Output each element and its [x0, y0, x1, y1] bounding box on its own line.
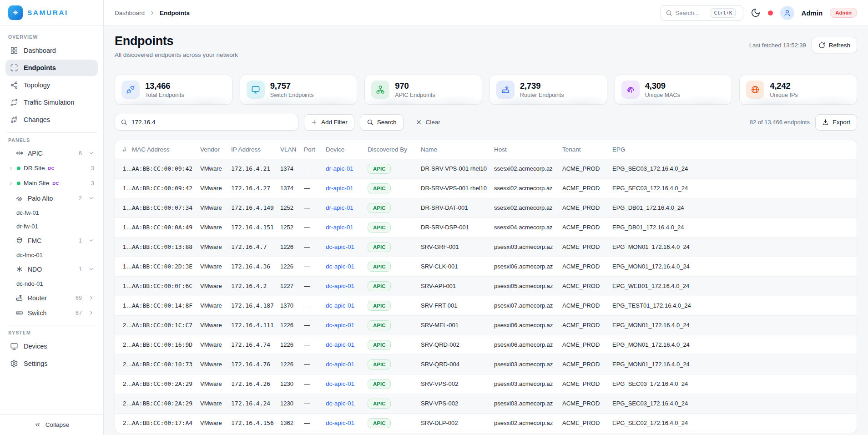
table-row[interactable]: 15 AA:BB:CC:00:0A:49 VMware 172.16.4.151… [115, 218, 857, 237]
cell-vendor: VMware [200, 218, 231, 237]
cell-port: — [304, 257, 326, 276]
cell-tenant: ACME_PROD [562, 354, 612, 374]
cell-mac-address: AA:BB:CC:00:09:42 [132, 159, 200, 178]
chevron-right-icon [8, 181, 14, 186]
sidebar-item-dashboard[interactable]: Dashboard [5, 42, 98, 59]
table-row[interactable]: 25 AA:BB:CC:00:17:A4 VMware 172.16.4.156… [115, 413, 857, 433]
table-row[interactable]: 16 AA:BB:CC:00:13:88 VMware 172.16.4.7 1… [115, 237, 857, 257]
cell-epg: EPG_SEC03_172.16.4.0_24 [612, 159, 857, 178]
sidebar-panel-group[interactable]: Router 69 [5, 290, 98, 305]
nav-item-icon [10, 98, 18, 106]
cell-ip-address: 172.16.4.27 [231, 178, 280, 198]
sidebar-site-item[interactable]: DR Site DC 3 [5, 161, 98, 176]
cell-row-number: 12 [115, 159, 132, 178]
table-row[interactable]: 14 AA:BB:CC:00:07:34 VMware 172.16.4.149… [115, 198, 857, 218]
cell-name: SRV-MEL-001 [421, 315, 494, 335]
cell-vendor: VMware [200, 413, 231, 433]
sidebar-device-item[interactable]: dr-fw-01 [5, 219, 98, 233]
refresh-button[interactable]: Refresh [812, 37, 857, 53]
cell-vendor: VMware [200, 237, 231, 257]
endpoint-search-input[interactable] [131, 119, 293, 126]
add-filter-label: Add Filter [321, 119, 348, 126]
device-link[interactable]: dc-apic-01 [326, 283, 354, 289]
cell-name: SRV-QRD-004 [421, 354, 494, 374]
chevron-icon [88, 150, 94, 156]
device-label: dc-fmc-01 [16, 252, 43, 258]
collapse-sidebar-button[interactable]: Collapse [0, 414, 103, 435]
breadcrumb-dashboard[interactable]: Dashboard [115, 10, 145, 16]
table-row[interactable]: 17 AA:BB:CC:00:2D:3E VMware 172.16.4.36 … [115, 257, 857, 276]
sidebar-panel-group[interactable]: FMC 1 [5, 233, 98, 248]
column-header: Port [304, 140, 326, 159]
device-link[interactable]: dc-apic-01 [326, 420, 354, 426]
sidebar-panel-group[interactable]: Switch 67 [5, 305, 98, 320]
clear-button[interactable]: Clear [409, 114, 447, 131]
sidebar-device-item[interactable]: dc-fmc-01 [5, 248, 98, 262]
sidebar-item-traffic-simulation[interactable]: Traffic Simulation [5, 94, 98, 111]
sidebar-item-endpoints[interactable]: Endpoints [5, 60, 98, 76]
table-row[interactable]: 12 AA:BB:CC:00:09:42 VMware 172.16.4.21 … [115, 159, 857, 178]
cell-port: — [304, 296, 326, 315]
cell-port: — [304, 354, 326, 374]
sidebar-item-changes[interactable]: Changes [5, 111, 98, 128]
sidebar-panel-group[interactable]: Palo Alto 2 [5, 191, 98, 206]
global-search[interactable]: Ctrl+K [661, 5, 743, 21]
sidebar-panel-group[interactable]: NDO 1 [5, 262, 98, 277]
cell-tenant: ACME_PROD [562, 178, 612, 198]
table-row[interactable]: 20 AA:BB:CC:00:1C:C7 VMware 172.16.4.111… [115, 315, 857, 335]
sidebar-device-item[interactable]: dc-ndo-01 [5, 277, 98, 290]
search-button[interactable]: Search [360, 114, 404, 131]
table-row[interactable]: 22 AA:BB:CC:00:10:73 VMware 172.16.4.76 … [115, 354, 857, 374]
cell-tenant: ACME_PROD [562, 276, 612, 296]
sidebar-item-devices[interactable]: Devices [5, 338, 98, 354]
device-link[interactable]: dr-apic-01 [326, 224, 353, 231]
cell-vlan: 1374 [280, 178, 304, 198]
device-link[interactable]: dr-apic-01 [326, 165, 353, 172]
cell-port: — [304, 315, 326, 335]
sidebar-panel-group[interactable]: APIC 6 [5, 146, 98, 161]
notification-dot[interactable] [768, 10, 773, 15]
device-link[interactable]: dr-apic-01 [326, 204, 353, 211]
avatar[interactable] [780, 6, 794, 20]
table-row[interactable]: 24 AA:BB:CC:00:2A:29 VMware 172.16.4.24 … [115, 394, 857, 413]
panel-icon [15, 309, 23, 317]
global-search-input[interactable] [676, 10, 707, 16]
device-link[interactable]: dc-apic-01 [326, 243, 354, 250]
search-label: Search [377, 119, 397, 126]
add-filter-button[interactable]: Add Filter [304, 114, 354, 131]
dark-mode-toggle[interactable] [751, 8, 761, 18]
table-row[interactable]: 13 AA:BB:CC:00:09:42 VMware 172.16.4.27 … [115, 178, 857, 198]
device-link[interactable]: dc-apic-01 [326, 341, 354, 348]
cell-row-number: 14 [115, 198, 132, 218]
table-row[interactable]: 21 AA:BB:CC:00:16:9D VMware 172.16.4.74 … [115, 335, 857, 354]
sidebar-device-item[interactable]: dc-fw-01 [5, 206, 98, 219]
divider [6, 325, 97, 325]
device-link[interactable]: dc-apic-01 [326, 361, 354, 368]
table-row[interactable]: 19 AA:BB:CC:00:14:8F VMware 172.16.4.187… [115, 296, 857, 315]
device-link[interactable]: dc-apic-01 [326, 263, 354, 270]
sidebar-item-settings[interactable]: Settings [5, 355, 98, 372]
device-link[interactable]: dc-apic-01 [326, 380, 354, 387]
table-row[interactable]: 23 AA:BB:CC:00:2A:29 VMware 172.16.4.26 … [115, 374, 857, 394]
cell-host: psesxi06.acmecorp.az [494, 257, 562, 276]
chevron-icon [88, 195, 94, 201]
device-link[interactable]: dr-apic-01 [326, 185, 353, 192]
table-row[interactable]: 18 AA:BB:CC:00:0F:6C VMware 172.16.4.2 1… [115, 276, 857, 296]
column-header: Name [421, 140, 494, 159]
sidebar-site-item[interactable]: Main Site DC 3 [5, 176, 98, 191]
cell-host: psesxi03.acmecorp.az [494, 237, 562, 257]
endpoint-search[interactable] [115, 114, 298, 131]
device-link[interactable]: dc-apic-01 [326, 400, 354, 407]
dc-badge: DC [48, 166, 55, 171]
cell-tenant: ACME_PROD [562, 335, 612, 354]
user-name: Admin [802, 9, 823, 17]
device-link[interactable]: dc-apic-01 [326, 302, 354, 309]
device-link[interactable]: dc-apic-01 [326, 322, 354, 329]
divider [6, 132, 97, 133]
table-header-row: #MAC AddressVendorIP AddressVLANPortDevi… [115, 140, 857, 159]
nav-item-label: Dashboard [24, 47, 56, 54]
sidebar-item-topology[interactable]: Topology [5, 77, 98, 93]
stat-card: 2,739 Router Endpoints [490, 75, 607, 105]
cell-epg: EPG_MON01_172.16.4.0_24 [612, 354, 857, 374]
export-button[interactable]: Export [815, 114, 857, 131]
